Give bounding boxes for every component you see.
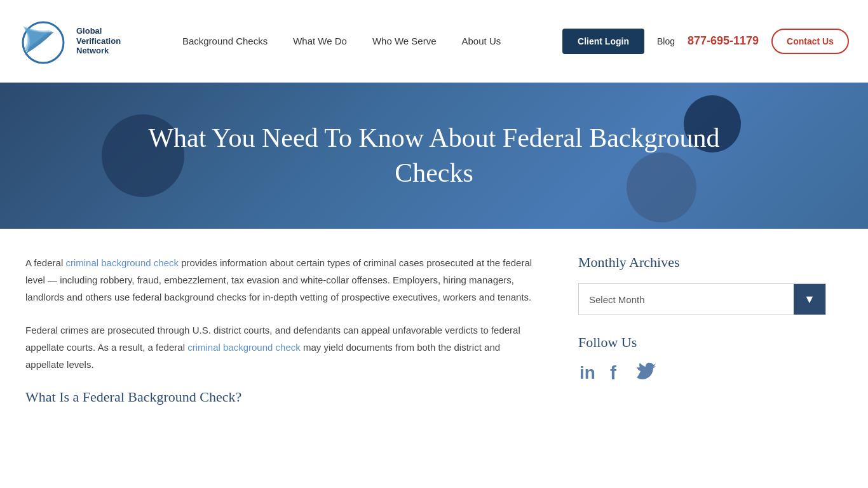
linkedin-icon[interactable]: in xyxy=(578,362,597,386)
nav-background-checks[interactable]: Background Checks xyxy=(182,36,268,46)
contact-us-button[interactable]: Contact Us xyxy=(771,29,849,54)
para2-link[interactable]: criminal background check xyxy=(187,342,301,353)
header-right: Client Login Blog 877-695-1179 Contact U… xyxy=(562,29,849,54)
section-subtitle: What Is a Federal Background Check? xyxy=(25,389,540,405)
facebook-icon[interactable]: f xyxy=(610,362,623,386)
content-paragraph-2: Federal crimes are prosecuted through U.… xyxy=(25,322,540,373)
select-month-wrapper: Select Month ▼ xyxy=(578,283,826,315)
logo-line1: Global xyxy=(76,26,121,36)
header-left: Global Verification Network xyxy=(19,10,121,73)
main-nav: Background Checks What We Do Who We Serv… xyxy=(182,36,501,46)
phone-number[interactable]: 877-695-1179 xyxy=(688,34,759,48)
logo-text: Global Verification Network xyxy=(76,26,121,56)
select-month-label: Select Month xyxy=(579,287,794,313)
sidebar: Monthly Archives Select Month ▼ Follow U… xyxy=(578,254,826,405)
nav-who-we-serve[interactable]: Who We Serve xyxy=(372,36,437,46)
para1-text-start: A federal xyxy=(25,257,65,268)
hero-banner: What You Need To Know About Federal Back… xyxy=(0,83,868,229)
logo-line2: Verification xyxy=(76,36,121,46)
nav-about-us[interactable]: About Us xyxy=(462,36,501,46)
logo-line3: Network xyxy=(76,46,121,56)
logo-link[interactable]: Global Verification Network xyxy=(19,10,121,73)
para1-link1[interactable]: criminal background check xyxy=(65,257,179,268)
content-area: A federal criminal background check prov… xyxy=(25,254,578,405)
archives-title: Monthly Archives xyxy=(578,254,826,271)
follow-us-title: Follow Us xyxy=(578,334,826,351)
svg-text:in: in xyxy=(580,363,595,381)
hero-title: What You Need To Know About Federal Back… xyxy=(148,121,720,190)
chevron-down-icon: ▼ xyxy=(804,293,815,306)
nav-what-we-do[interactable]: What We Do xyxy=(293,36,347,46)
logo-icon xyxy=(19,10,70,73)
content-paragraph-1: A federal criminal background check prov… xyxy=(25,254,540,306)
site-header: Global Verification Network Background C… xyxy=(0,0,868,83)
social-icons-container: in f xyxy=(578,362,826,386)
select-month-button[interactable]: ▼ xyxy=(794,284,825,315)
svg-text:f: f xyxy=(610,362,617,381)
client-login-button[interactable]: Client Login xyxy=(562,29,644,54)
main-content: A federal criminal background check prov… xyxy=(0,229,868,431)
blog-link[interactable]: Blog xyxy=(657,36,675,46)
twitter-icon[interactable] xyxy=(635,362,656,386)
